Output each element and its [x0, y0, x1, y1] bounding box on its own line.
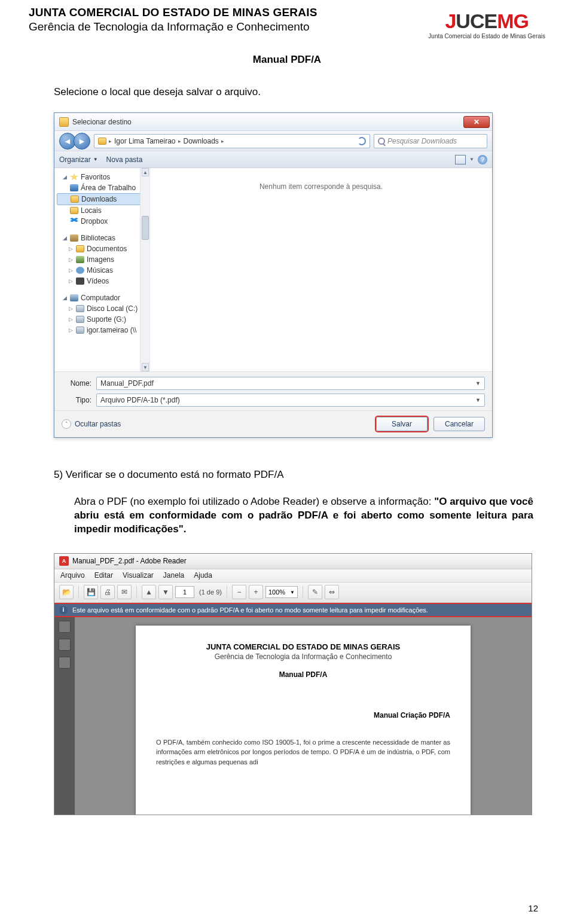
close-button[interactable]: ✕ — [463, 116, 490, 128]
pdf-icon: A — [59, 556, 69, 566]
dialog-title: Selecionar destino — [72, 118, 132, 126]
prev-page-button[interactable]: ▲ — [142, 585, 156, 599]
menu-janela[interactable]: Janela — [163, 571, 184, 580]
filetype-select[interactable]: Arquivo PDF/A-1b (*.pdf)▼ — [96, 394, 485, 407]
page-paragraph: O PDF/A, também conhecido como ISO 19005… — [156, 737, 450, 767]
nav-forward-button[interactable]: ► — [74, 133, 90, 150]
filename-input[interactable]: Manual_PDF.pdf▼ — [96, 377, 485, 390]
downloads-icon — [71, 196, 79, 203]
breadcrumb-part-1: Igor Lima Tameirao — [114, 137, 176, 145]
search-placeholder: Pesquisar Downloads — [387, 137, 457, 145]
search-input[interactable]: Pesquisar Downloads — [374, 134, 487, 148]
dialog-content-area: Nenhum item corresponde à pesquisa. — [150, 168, 492, 371]
favorites-icon — [70, 173, 78, 181]
reader-menubar[interactable]: Arquivo Editar Visualizar Janela Ajuda — [54, 569, 532, 583]
step-5-body: Abra o PDF (no exemplo foi utilizado o A… — [74, 495, 533, 536]
menu-visualizar[interactable]: Visualizar — [123, 571, 154, 580]
fill-sign-button[interactable]: ✎ — [308, 585, 322, 599]
dialog-titlebar: Selecionar destino ✕ — [54, 113, 492, 131]
page-section-title: Manual Criação PDF/A — [156, 711, 450, 719]
pdf-page-preview: JUNTA COMERCIAL DO ESTADO DE MINAS GERAI… — [136, 626, 471, 815]
empty-folder-message: Nenhum item corresponde à pesquisa. — [259, 182, 383, 191]
menu-ajuda[interactable]: Ajuda — [194, 571, 212, 580]
org-title: JUNTA COMERCIAL DO ESTADO DE MINAS GERAI… — [29, 6, 317, 19]
folder-tree[interactable]: ◢Favoritos Área de Trabalho Downloads Lo… — [54, 168, 150, 371]
drive-c-icon — [76, 305, 84, 312]
jucemg-logo: JUCEMG Junta Comercial do Estado de Mina… — [428, 10, 545, 39]
mail-button[interactable]: ✉ — [117, 585, 132, 599]
save-dialog-screenshot: Selecionar destino ✕ ◄ ► ▸ Igor Lima Tam… — [54, 112, 493, 438]
save-button[interactable]: 💾 — [84, 585, 98, 599]
next-page-button[interactable]: ▼ — [158, 585, 173, 599]
new-folder-button[interactable]: Nova pasta — [106, 155, 143, 164]
menu-arquivo[interactable]: Arquivo — [60, 571, 85, 580]
folder-icon — [59, 117, 69, 127]
zoom-out-button[interactable]: − — [232, 585, 246, 599]
breadcrumb[interactable]: ▸ Igor Lima Tameirao ▸ Downloads ▸ — [94, 134, 370, 148]
adobe-reader-screenshot: A Manual_PDF_2.pdf - Adobe Reader Arquiv… — [54, 553, 532, 815]
thumbnails-icon[interactable] — [59, 621, 71, 633]
page-total-label: (1 de 9) — [199, 588, 222, 596]
reader-toolbar: 📂 💾 🖨 ✉ ▲ ▼ 1 (1 de 9) − + 100%▼ ✎ ⇔ — [54, 583, 532, 603]
refresh-icon[interactable] — [358, 137, 366, 145]
chevron-up-icon: ˄ — [62, 419, 71, 429]
breadcrumb-part-2: Downloads — [184, 137, 219, 145]
tree-scrollbar[interactable]: ▲ ▼ — [140, 168, 149, 371]
header-text-block: JUNTA COMERCIAL DO ESTADO DE MINAS GERAI… — [29, 6, 317, 33]
logo-subtitle: Junta Comercial do Estado de Minas Gerai… — [428, 33, 545, 39]
zoom-in-button[interactable]: + — [249, 585, 263, 599]
manual-title: Manual PDF/A — [29, 54, 545, 66]
print-button[interactable]: 🖨 — [100, 585, 115, 599]
computer-icon — [70, 294, 78, 301]
reader-titlebar: A Manual_PDF_2.pdf - Adobe Reader — [54, 554, 532, 569]
images-icon — [76, 256, 84, 263]
page-manual-title: Manual PDF/A — [156, 670, 450, 679]
open-button[interactable]: 📂 — [59, 585, 74, 599]
signatures-icon[interactable] — [59, 657, 71, 669]
view-mode-icon[interactable] — [455, 155, 466, 164]
help-icon[interactable]: ? — [478, 155, 487, 164]
reader-sidebar — [54, 617, 75, 815]
page-dept-subtitle: Gerência de Tecnologia da Informação e C… — [156, 652, 450, 661]
tree-item-downloads[interactable]: Downloads — [57, 193, 147, 205]
instruction-save-location: Selecione o local que deseja salvar o ar… — [54, 86, 533, 98]
info-icon: i — [59, 606, 68, 614]
videos-icon — [76, 277, 84, 285]
libraries-icon — [70, 234, 78, 242]
step-5-heading: 5) Verificar se o documento está no form… — [54, 469, 284, 480]
drive-net-icon — [76, 327, 84, 334]
document-header: JUNTA COMERCIAL DO ESTADO DE MINAS GERAI… — [29, 6, 545, 39]
filetype-label: Tipo: — [62, 396, 91, 404]
search-icon — [378, 138, 385, 145]
desktop-icon — [70, 184, 78, 191]
dialog-nav-bar: ◄ ► ▸ Igor Lima Tameirao ▸ Downloads ▸ P… — [54, 131, 492, 151]
pdfa-compliance-banner: i Este arquivo está em conformidade com … — [54, 603, 532, 617]
page-number: 12 — [528, 903, 538, 913]
organize-button[interactable]: Organizar ▼ — [59, 155, 98, 164]
filename-label: Nome: — [62, 379, 91, 388]
attachments-icon[interactable] — [59, 639, 71, 651]
dept-subtitle: Gerência de Tecnologia da Informação e C… — [29, 20, 317, 33]
folder-icon — [98, 138, 106, 145]
music-icon — [76, 267, 84, 274]
fit-width-button[interactable]: ⇔ — [325, 585, 339, 599]
page-org-title: JUNTA COMERCIAL DO ESTADO DE MINAS GERAI… — [156, 642, 450, 651]
compliance-message: Este arquivo está em conformidade com o … — [72, 606, 428, 614]
locals-icon — [70, 207, 78, 214]
zoom-select[interactable]: 100%▼ — [265, 586, 298, 598]
save-button[interactable]: Salvar — [376, 417, 428, 431]
dialog-toolbar: Organizar ▼ Nova pasta ▼ ? — [54, 151, 492, 168]
dropbox-icon — [70, 218, 78, 225]
reader-page-area: JUNTA COMERCIAL DO ESTADO DE MINAS GERAI… — [75, 617, 532, 815]
reader-title-text: Manual_PDF_2.pdf - Adobe Reader — [72, 557, 187, 565]
cancel-button[interactable]: Cancelar — [433, 417, 485, 431]
page-number-input[interactable]: 1 — [175, 586, 194, 598]
drive-g-icon — [76, 316, 84, 323]
menu-editar[interactable]: Editar — [94, 571, 113, 580]
documents-icon — [76, 245, 84, 252]
hide-folders-toggle[interactable]: ˄ Ocultar pastas — [62, 419, 121, 429]
